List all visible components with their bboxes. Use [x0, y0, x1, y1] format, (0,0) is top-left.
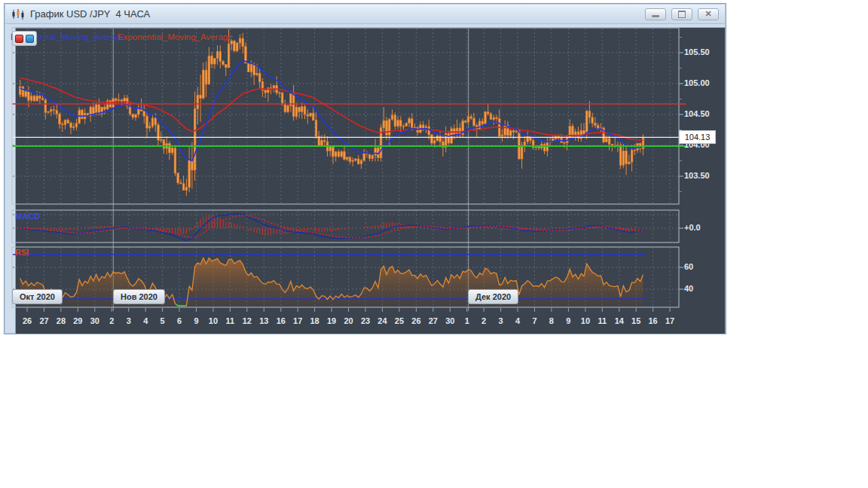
window-titlebar[interactable]: График USD /JPY 4 ЧАСА ✕: [5, 5, 725, 24]
window-buttons: ✕: [645, 8, 719, 20]
chart-plot-area[interactable]: [15, 27, 726, 334]
close-icon: ✕: [704, 10, 711, 18]
maximize-button[interactable]: [671, 8, 692, 20]
ema-fast-swatch[interactable]: [26, 35, 34, 43]
chart-window: График USD /JPY 4 ЧАСА ✕: [4, 3, 726, 334]
ema-slow-swatch[interactable]: [15, 35, 23, 43]
close-button[interactable]: ✕: [698, 8, 719, 20]
legend-swatch-panel: [12, 31, 37, 46]
window-title: График USD /JPY 4 ЧАСА: [30, 8, 150, 20]
minimize-icon: [652, 15, 659, 17]
minimize-button[interactable]: [645, 8, 666, 20]
candlestick-chart-icon: [11, 8, 25, 20]
maximize-icon: [678, 11, 686, 18]
